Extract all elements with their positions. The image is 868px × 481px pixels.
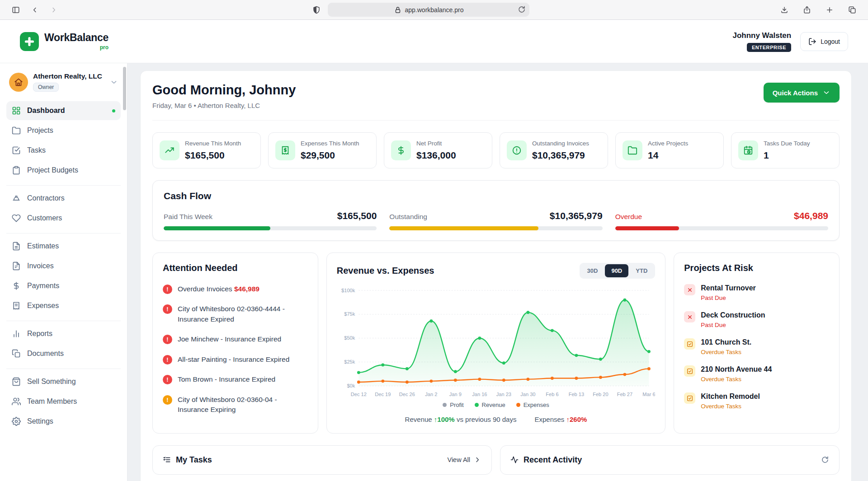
- revenue-expenses-chart: $0k$25k$50k$75k$100kDec 12Dec 19Dec 26Ja…: [337, 285, 656, 400]
- logout-button[interactable]: Logout: [800, 32, 848, 51]
- attention-amount: $46,989: [234, 285, 259, 293]
- sidebar-item-reports[interactable]: Reports: [6, 324, 121, 343]
- sidebar-item-tasks[interactable]: Tasks: [6, 141, 121, 160]
- risk-status: Overdue Tasks: [701, 376, 772, 383]
- svg-text:Feb 20: Feb 20: [593, 392, 608, 397]
- tab-overview-button[interactable]: [844, 4, 860, 16]
- dollar-icon: [391, 140, 411, 160]
- risk-status: Past Due: [701, 322, 765, 328]
- share-button[interactable]: [799, 4, 815, 16]
- attention-item[interactable]: !City of Whitesboro 02-0360-4444 - Insur…: [163, 304, 308, 324]
- stat-card-net-profit[interactable]: Net Profit$136,000: [384, 132, 492, 168]
- file-text-icon: [12, 242, 21, 251]
- risk-item[interactable]: Kitchen RemodelOverdue Tasks: [684, 392, 829, 410]
- attention-item[interactable]: !Overdue Invoices $46,989: [163, 284, 308, 294]
- sidebar-item-estimates[interactable]: Estimates: [6, 237, 121, 256]
- attention-item[interactable]: !City of Whitesboro 02-0360-04 - Insuran…: [163, 395, 308, 415]
- sidebar-item-projects[interactable]: Projects: [6, 121, 121, 140]
- legend-label: Profit: [450, 402, 463, 408]
- sidebar-item-contractors[interactable]: Contractors: [6, 189, 121, 208]
- app-logo[interactable]: WorkBalance pro: [20, 32, 108, 51]
- browser-sidebar-toggle[interactable]: [8, 4, 24, 16]
- risk-project-name: 101 Church St.: [701, 338, 751, 346]
- sidebar-item-expenses[interactable]: Expenses: [6, 296, 121, 315]
- cash-flow-label: Overdue: [615, 213, 642, 221]
- address-bar[interactable]: app.workbalance.pro: [328, 3, 529, 17]
- attention-item[interactable]: !Joe Minchew - Insurance Expired: [163, 334, 308, 344]
- logo-mark-icon: [20, 32, 39, 51]
- chart-legend: ProfitRevenueExpenses: [337, 402, 656, 408]
- range-toggle-group: 30D90DYTD: [580, 263, 656, 279]
- sidebar-item-documents[interactable]: Documents: [6, 344, 121, 363]
- stat-label: Revenue This Month: [185, 140, 241, 147]
- calendar-clock-icon: [738, 140, 758, 160]
- stat-card-revenue-this-month[interactable]: Revenue This Month$165,500: [152, 132, 261, 168]
- stat-card-outstanding-invoices[interactable]: Outstanding Invoices$10,365,979: [500, 132, 608, 168]
- range-button-ytd[interactable]: YTD: [629, 264, 654, 277]
- sidebar-item-invoices[interactable]: Invoices: [6, 257, 121, 276]
- risk-project-name: Rental Turnover: [701, 284, 756, 292]
- risk-item[interactable]: 101 Church St.Overdue Tasks: [684, 338, 829, 355]
- svg-text:$50k: $50k: [344, 335, 355, 341]
- refresh-icon[interactable]: [518, 5, 526, 14]
- privacy-shield-button[interactable]: [309, 4, 324, 16]
- svg-text:Feb 27: Feb 27: [617, 392, 632, 397]
- legend-dot: [475, 403, 479, 407]
- stat-card-expenses-this-month[interactable]: Expenses This Month$29,500: [268, 132, 377, 168]
- risk-item[interactable]: Deck ConstructionPast Due: [684, 311, 829, 328]
- stat-value: 1: [764, 150, 810, 161]
- browser-forward-button[interactable]: [46, 4, 61, 16]
- sidebar-item-project-budgets[interactable]: Project Budgets: [6, 161, 121, 180]
- sidebar-item-sell-something[interactable]: Sell Something: [6, 372, 121, 391]
- sidebar-item-label: Sell Something: [27, 378, 76, 386]
- new-tab-button[interactable]: [822, 4, 837, 16]
- risk-status: Past Due: [701, 294, 756, 301]
- line-chart-svg: $0k$25k$50k$75k$100kDec 12Dec 19Dec 26Ja…: [337, 285, 656, 400]
- stat-card-tasks-due-today[interactable]: Tasks Due Today1: [731, 132, 840, 168]
- expenses-delta: Expenses ↑260%: [534, 416, 587, 423]
- quick-actions-label: Quick Actions: [773, 89, 818, 97]
- sidebar-item-label: Project Budgets: [27, 166, 78, 174]
- cash-flow-label: Outstanding: [389, 213, 427, 221]
- view-all-button[interactable]: View All: [447, 456, 481, 464]
- alert-icon: !: [163, 335, 172, 344]
- sidebar-item-label: Team Members: [27, 397, 77, 406]
- risk-status: Overdue Tasks: [701, 349, 751, 355]
- browser-back-button[interactable]: [27, 4, 42, 16]
- svg-text:Jan 23: Jan 23: [496, 392, 511, 397]
- sidebar-item-label: Tasks: [27, 146, 46, 154]
- sidebar-item-settings[interactable]: Settings: [6, 412, 121, 431]
- cash-flow-row-overdue: Overdue$46,989: [615, 210, 828, 230]
- x-square-icon: [684, 311, 695, 322]
- range-button-30d[interactable]: 30D: [581, 264, 604, 277]
- page-subtitle: Friday, Mar 6 • Atherton Realty, LLC: [152, 102, 296, 109]
- legend-label: Revenue: [482, 402, 505, 408]
- quick-actions-button[interactable]: Quick Actions: [764, 83, 840, 103]
- alert-icon: !: [163, 375, 172, 384]
- sidebar-item-dashboard[interactable]: Dashboard: [6, 101, 121, 120]
- stat-value: 14: [648, 150, 688, 161]
- url-text: app.workbalance.pro: [405, 6, 464, 14]
- sidebar-scrollbar[interactable]: [123, 67, 126, 110]
- attention-item[interactable]: !Tom Brown - Insurance Expired: [163, 374, 308, 384]
- risk-item[interactable]: Rental TurnoverPast Due: [684, 284, 829, 301]
- lock-icon: [394, 6, 402, 14]
- stat-card-active-projects[interactable]: Active Projects14: [615, 132, 724, 168]
- chevron-down-icon: [822, 89, 830, 97]
- attention-list: !Overdue Invoices $46,989!City of Whites…: [163, 284, 308, 415]
- alert-icon: !: [163, 395, 172, 405]
- sidebar-item-customers[interactable]: Customers: [6, 209, 121, 228]
- sidebar-item-payments[interactable]: Payments: [6, 276, 121, 295]
- check-square-icon: [684, 365, 695, 377]
- back-icon: [31, 6, 39, 14]
- company-selector[interactable]: Atherton Realty, LLC Owner: [6, 70, 121, 98]
- range-button-90d[interactable]: 90D: [605, 264, 628, 277]
- progress-track: [164, 226, 377, 230]
- risk-item[interactable]: 210 North Avenue 44Overdue Tasks: [684, 365, 829, 383]
- downloads-button[interactable]: [777, 4, 792, 16]
- attention-item[interactable]: !All-star Painting - Insurance Expired: [163, 355, 308, 364]
- sidebar-item-team-members[interactable]: Team Members: [6, 392, 121, 411]
- chart-title: Revenue vs. Expenses: [337, 266, 434, 276]
- tasks-list-icon: [163, 456, 171, 464]
- refresh-activity-button[interactable]: [821, 456, 829, 464]
